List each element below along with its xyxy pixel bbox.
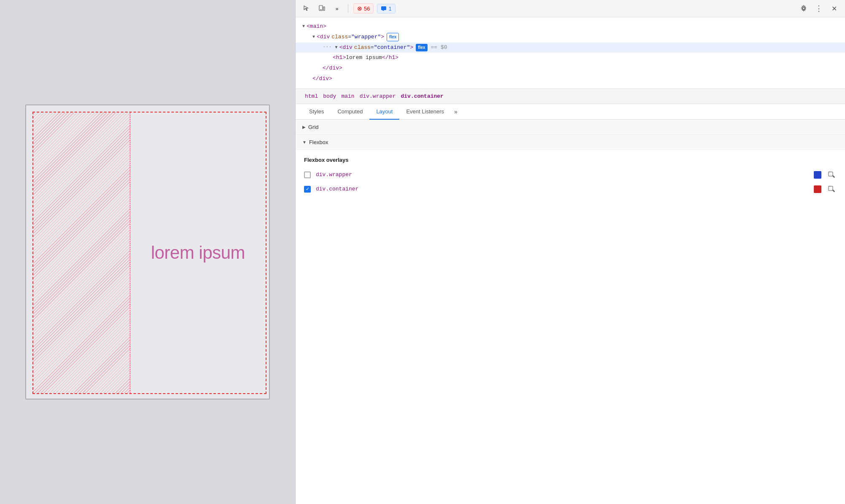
tree-line-wrapper[interactable]: ▼ <div class="wrapper" > flex [296, 32, 845, 43]
svg-rect-7 [829, 186, 833, 190]
tab-layout[interactable]: Layout [369, 104, 399, 120]
toolbar-separator [348, 4, 348, 13]
wrapper-color-swatch[interactable] [814, 171, 821, 179]
lorem-ipsum-text: lorem ipsum [151, 243, 245, 263]
svg-point-4 [803, 8, 805, 10]
tab-event-listeners[interactable]: Event Listeners [399, 104, 451, 120]
html-tree: ▼ <main> ▼ <div class="wrapper" > flex ·… [296, 17, 845, 89]
container-overlay-checkbox[interactable] [304, 186, 311, 193]
tab-computed[interactable]: Computed [331, 104, 369, 120]
tab-styles[interactable]: Styles [302, 104, 331, 120]
viewport-panel: lorem ipsum [0, 0, 295, 504]
breadcrumb-container[interactable]: div.container [398, 92, 446, 100]
tree-line-wrapper-close[interactable]: </div> [296, 74, 845, 84]
wrapper-overlay-label[interactable]: div.wrapper [316, 172, 809, 178]
error-count: 56 [364, 5, 370, 12]
container-overlay-label[interactable]: div.container [316, 186, 809, 192]
hatch-area [33, 113, 130, 393]
breadcrumb-html[interactable]: html [302, 92, 320, 100]
container-color-swatch[interactable] [814, 185, 821, 193]
grid-arrow-icon: ▶ [302, 125, 306, 129]
flexbox-overlays-panel: Flexbox overlays div.wrapper div.contain… [296, 150, 845, 205]
tree-line-main[interactable]: ▼ <main> [296, 21, 845, 32]
wrapper-overlay-checkbox[interactable] [304, 172, 311, 178]
breadcrumb-body[interactable]: body [320, 92, 339, 100]
svg-point-8 [834, 190, 835, 191]
breadcrumb-wrapper[interactable]: div.wrapper [357, 92, 398, 100]
container-overlay: lorem ipsum [32, 112, 266, 394]
flexbox-section-label: Flexbox [309, 139, 328, 145]
svg-rect-3 [381, 6, 386, 10]
inspect-element-button[interactable] [301, 3, 312, 14]
flexbox-section-header[interactable]: ▼ Flexbox [296, 135, 845, 150]
svg-point-6 [834, 176, 835, 177]
tree-line-container-close[interactable]: </div> [296, 63, 845, 74]
message-count: 1 [388, 5, 391, 12]
more-menu-button[interactable]: ⋮ [813, 3, 825, 14]
svg-rect-1 [323, 7, 325, 11]
flexbox-overlays-title: Flexbox overlays [304, 157, 837, 163]
devtools-toolbar: » ⊗ 56 1 ⋮ ✕ [296, 0, 845, 17]
overlay-row-wrapper: div.wrapper [304, 170, 837, 180]
overlay-row-container: div.container [304, 184, 837, 194]
flexbox-arrow-icon: ▼ [302, 140, 307, 145]
layout-content: ▶ Grid ▼ Flexbox Flexbox overlays div.wr… [296, 120, 845, 504]
tabs-row: Styles Computed Layout Event Listeners » [296, 104, 845, 120]
grid-section-label: Grid [308, 124, 319, 130]
wrapper-highlight-button[interactable] [826, 170, 837, 180]
close-devtools-button[interactable]: ✕ [828, 3, 840, 14]
device-toolbar-button[interactable] [316, 3, 328, 14]
container-highlight-button[interactable] [826, 184, 837, 194]
content-area: lorem ipsum [130, 113, 266, 393]
error-badge[interactable]: ⊗ 56 [353, 3, 374, 13]
breadcrumb-main[interactable]: main [339, 92, 357, 100]
grid-section-header[interactable]: ▶ Grid [296, 120, 845, 135]
tree-line-h1[interactable]: <h1> lorem ipsum </h1> [296, 53, 845, 63]
settings-button[interactable] [798, 3, 810, 14]
tab-more-button[interactable]: » [451, 104, 461, 119]
message-badge[interactable]: 1 [377, 4, 395, 13]
breadcrumb: html body main div.wrapper div.container [296, 89, 845, 104]
svg-rect-5 [829, 172, 833, 176]
more-tools-button[interactable]: » [331, 3, 343, 14]
browser-content: lorem ipsum [25, 105, 270, 399]
tree-line-container[interactable]: ··· ▼ <div class="container" > flex == $… [296, 43, 845, 53]
devtools-panel: » ⊗ 56 1 ⋮ ✕ [295, 0, 845, 504]
